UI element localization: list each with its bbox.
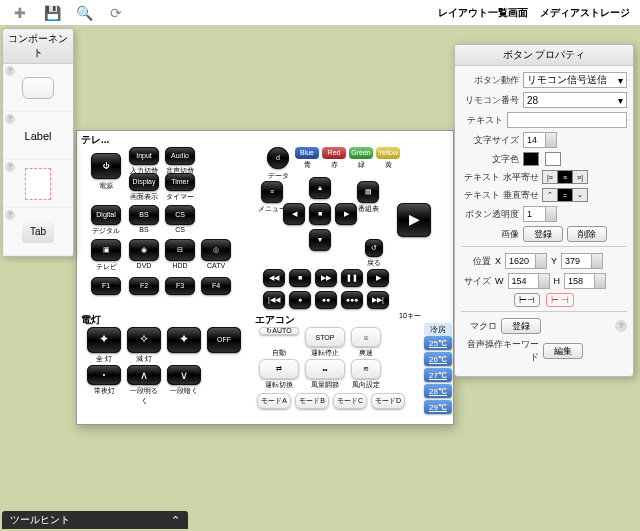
layout-canvas[interactable]: テレ... ⏻ 電源 Input 入力切替 Audio 音声切替 Display… [76, 130, 454, 425]
btn-guide[interactable]: ▤ [357, 181, 379, 203]
btn-pause[interactable]: ❚❚ [341, 269, 363, 287]
refresh-icon[interactable]: ⟳ [104, 1, 128, 25]
btn-catv[interactable]: ◎ [201, 239, 231, 261]
btn-image-delete[interactable]: 削除 [567, 226, 607, 242]
btn-f1[interactable]: F1 [91, 277, 121, 295]
btn-skipback[interactable]: |◀◀ [263, 291, 285, 309]
component-button[interactable] [22, 77, 54, 99]
btn-green[interactable]: Green [349, 147, 373, 159]
btn-back[interactable]: ↺ [365, 239, 383, 257]
help-icon[interactable]: ? [5, 114, 15, 124]
btn-input[interactable]: Input [129, 147, 159, 165]
btn-power[interactable]: ⏻ [91, 153, 121, 179]
btn-dvd[interactable]: ◉ [129, 239, 159, 261]
btn-audio[interactable]: Audio [165, 147, 195, 165]
btn-voice-edit[interactable]: 編集 [543, 343, 583, 359]
btn-menu[interactable]: ≡ [261, 181, 283, 203]
btn-temp-29[interactable]: 29℃ [424, 400, 452, 414]
btn-ok[interactable]: ■ [309, 203, 331, 225]
btn-yellow[interactable]: Yellow [376, 147, 400, 159]
component-image[interactable] [25, 168, 51, 200]
btn-ac-good[interactable]: ☺ [351, 327, 381, 347]
btn-mode-b[interactable]: モードB [295, 393, 329, 409]
spin-y[interactable]: 379 [561, 253, 603, 269]
btn-nightlight[interactable]: • [87, 365, 121, 385]
btn-darker[interactable]: ∨ [167, 365, 201, 385]
help-icon[interactable]: ? [615, 320, 627, 332]
btn-temp-26[interactable]: 26℃ [424, 352, 452, 366]
help-icon[interactable]: ? [5, 210, 15, 220]
btn-blue[interactable]: Blue [295, 147, 319, 159]
btn-rec2[interactable]: ●● [315, 291, 337, 309]
halign-center[interactable]: ≡ [557, 170, 573, 184]
valign-middle[interactable]: = [557, 188, 573, 202]
btn-play[interactable]: ▶ [367, 269, 389, 287]
btn-ac-stop[interactable]: STOP [305, 327, 345, 347]
btn-right[interactable]: ▶ [335, 203, 357, 225]
zoom-icon[interactable]: 🔍 [72, 1, 96, 25]
btn-temp-28[interactable]: 28℃ [424, 384, 452, 398]
link-icon[interactable]: ⊢⊣ [514, 293, 540, 307]
btn-temp-27[interactable]: 27℃ [424, 368, 452, 382]
btn-skipfwd[interactable]: ▶▶| [367, 291, 389, 309]
btn-hdd[interactable]: ⊟ [165, 239, 195, 261]
halign-right[interactable]: ≡| [572, 170, 588, 184]
spin-fontsize[interactable]: 14 [523, 132, 557, 148]
btn-light-dim[interactable]: ✧ [127, 327, 161, 353]
btn-tv[interactable]: ▣ [91, 239, 121, 261]
btn-ac-vol[interactable]: •• [305, 359, 345, 379]
btn-light-all[interactable]: ✦ [87, 327, 121, 353]
btn-play-big[interactable]: ▶ [397, 203, 431, 237]
btn-ac-dir[interactable]: ≋ [351, 359, 381, 379]
btn-temp-25[interactable]: 25℃ [424, 336, 452, 350]
add-icon[interactable]: ✚ [8, 1, 32, 25]
spin-w[interactable]: 154 [508, 273, 550, 289]
halign-left[interactable]: |≡ [542, 170, 558, 184]
btn-mode-c[interactable]: モードC [333, 393, 367, 409]
btn-digital[interactable]: Digital [91, 205, 121, 225]
btn-timer[interactable]: Timer [165, 173, 195, 191]
spin-opacity[interactable]: 1 [523, 206, 557, 222]
link-layout-list[interactable]: レイアウト一覧画面 [438, 6, 528, 20]
btn-light-aux[interactable]: ✦ [167, 327, 201, 353]
btn-rec3[interactable]: ●●● [341, 291, 363, 309]
btn-f3[interactable]: F3 [165, 277, 195, 295]
swatch-black[interactable] [523, 152, 539, 166]
btn-brighter[interactable]: ∧ [127, 365, 161, 385]
btn-display[interactable]: Display [129, 173, 159, 191]
toolhint-bar[interactable]: ツールヒント ⌃ [2, 511, 188, 529]
btn-mode-d[interactable]: モードD [371, 393, 405, 409]
save-icon[interactable]: 💾 [40, 1, 64, 25]
help-icon[interactable]: ? [5, 162, 15, 172]
help-icon[interactable]: ? [5, 66, 15, 76]
btn-ff[interactable]: ▶▶ [315, 269, 337, 287]
valign-top[interactable]: ⌃ [542, 188, 558, 202]
select-remote[interactable]: 28▾ [523, 92, 627, 108]
input-text[interactable] [507, 112, 627, 128]
btn-ac-swap[interactable]: ⇄ [259, 359, 299, 379]
btn-rew[interactable]: ◀◀ [263, 269, 285, 287]
link-media-storage[interactable]: メディアストレージ [540, 6, 630, 20]
unlink-icon[interactable]: ⊢ ⊣ [546, 293, 575, 307]
btn-light-off[interactable]: OFF [207, 327, 241, 353]
select-action[interactable]: リモコン信号送信▾ [523, 72, 627, 88]
spin-h[interactable]: 158 [564, 273, 606, 289]
btn-image-register[interactable]: 登録 [523, 226, 563, 242]
component-tab[interactable]: Tab [22, 221, 54, 243]
valign-bottom[interactable]: ⌄ [572, 188, 588, 202]
btn-d[interactable]: d [267, 147, 289, 169]
btn-macro-register[interactable]: 登録 [501, 318, 541, 334]
btn-f4[interactable]: F4 [201, 277, 231, 295]
btn-bs[interactable]: BS [129, 205, 159, 225]
btn-red[interactable]: Red [322, 147, 346, 159]
btn-stop[interactable]: ■ [289, 269, 311, 287]
btn-down[interactable]: ▼ [309, 229, 331, 251]
component-label[interactable]: Label [25, 130, 52, 142]
spin-x[interactable]: 1620 [505, 253, 547, 269]
btn-cs[interactable]: CS [165, 205, 195, 225]
swatch-white[interactable] [545, 152, 561, 166]
btn-ac-auto[interactable]: ↻AUTO [259, 327, 299, 335]
btn-f2[interactable]: F2 [129, 277, 159, 295]
btn-mode-a[interactable]: モードA [257, 393, 291, 409]
btn-up[interactable]: ▲ [309, 177, 331, 199]
